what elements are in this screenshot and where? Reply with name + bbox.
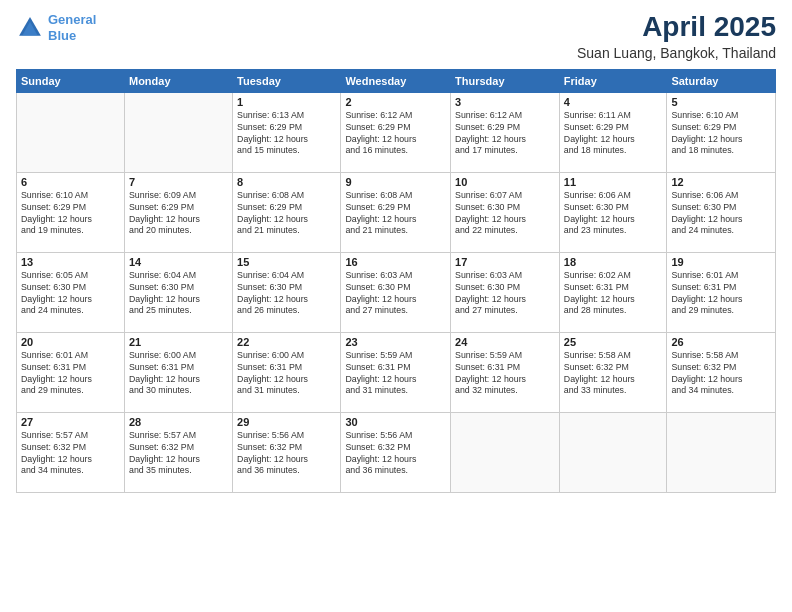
calendar-week-row: 13Sunrise: 6:05 AM Sunset: 6:30 PM Dayli… [17,252,776,332]
day-detail: Sunrise: 5:58 AM Sunset: 6:32 PM Dayligh… [671,350,771,398]
day-number: 22 [237,336,336,348]
day-detail: Sunrise: 6:03 AM Sunset: 6:30 PM Dayligh… [455,270,555,318]
day-number: 9 [345,176,446,188]
calendar-day-header: Tuesday [233,69,341,92]
calendar-cell: 18Sunrise: 6:02 AM Sunset: 6:31 PM Dayli… [559,252,667,332]
calendar-cell [451,412,560,492]
logo: General Blue [16,12,96,43]
day-number: 10 [455,176,555,188]
calendar-cell: 6Sunrise: 6:10 AM Sunset: 6:29 PM Daylig… [17,172,125,252]
calendar-cell: 24Sunrise: 5:59 AM Sunset: 6:31 PM Dayli… [451,332,560,412]
day-number: 17 [455,256,555,268]
day-number: 3 [455,96,555,108]
day-detail: Sunrise: 6:11 AM Sunset: 6:29 PM Dayligh… [564,110,663,158]
calendar-cell: 25Sunrise: 5:58 AM Sunset: 6:32 PM Dayli… [559,332,667,412]
day-detail: Sunrise: 5:56 AM Sunset: 6:32 PM Dayligh… [345,430,446,478]
day-number: 6 [21,176,120,188]
day-number: 13 [21,256,120,268]
calendar-cell [17,92,125,172]
day-detail: Sunrise: 6:08 AM Sunset: 6:29 PM Dayligh… [237,190,336,238]
calendar-cell: 13Sunrise: 6:05 AM Sunset: 6:30 PM Dayli… [17,252,125,332]
calendar-week-row: 1Sunrise: 6:13 AM Sunset: 6:29 PM Daylig… [17,92,776,172]
calendar-cell: 14Sunrise: 6:04 AM Sunset: 6:30 PM Dayli… [124,252,232,332]
calendar-cell: 4Sunrise: 6:11 AM Sunset: 6:29 PM Daylig… [559,92,667,172]
day-number: 25 [564,336,663,348]
day-detail: Sunrise: 6:05 AM Sunset: 6:30 PM Dayligh… [21,270,120,318]
logo-line1: General [48,12,96,27]
calendar-cell: 15Sunrise: 6:04 AM Sunset: 6:30 PM Dayli… [233,252,341,332]
calendar-cell: 28Sunrise: 5:57 AM Sunset: 6:32 PM Dayli… [124,412,232,492]
day-detail: Sunrise: 5:58 AM Sunset: 6:32 PM Dayligh… [564,350,663,398]
day-detail: Sunrise: 6:01 AM Sunset: 6:31 PM Dayligh… [671,270,771,318]
day-detail: Sunrise: 6:06 AM Sunset: 6:30 PM Dayligh… [564,190,663,238]
day-detail: Sunrise: 6:01 AM Sunset: 6:31 PM Dayligh… [21,350,120,398]
day-number: 4 [564,96,663,108]
calendar-header-row: SundayMondayTuesdayWednesdayThursdayFrid… [17,69,776,92]
day-number: 14 [129,256,228,268]
calendar-week-row: 27Sunrise: 5:57 AM Sunset: 6:32 PM Dayli… [17,412,776,492]
calendar-cell: 5Sunrise: 6:10 AM Sunset: 6:29 PM Daylig… [667,92,776,172]
day-number: 16 [345,256,446,268]
day-detail: Sunrise: 5:57 AM Sunset: 6:32 PM Dayligh… [129,430,228,478]
header: General Blue April 2025 Suan Luang, Bang… [16,12,776,61]
calendar-day-header: Wednesday [341,69,451,92]
calendar-day-header: Saturday [667,69,776,92]
calendar-cell: 7Sunrise: 6:09 AM Sunset: 6:29 PM Daylig… [124,172,232,252]
day-detail: Sunrise: 6:00 AM Sunset: 6:31 PM Dayligh… [129,350,228,398]
day-number: 21 [129,336,228,348]
logo-text: General Blue [48,12,96,43]
day-number: 12 [671,176,771,188]
day-detail: Sunrise: 6:10 AM Sunset: 6:29 PM Dayligh… [671,110,771,158]
day-number: 19 [671,256,771,268]
calendar-cell: 17Sunrise: 6:03 AM Sunset: 6:30 PM Dayli… [451,252,560,332]
day-number: 27 [21,416,120,428]
calendar-cell: 27Sunrise: 5:57 AM Sunset: 6:32 PM Dayli… [17,412,125,492]
day-number: 5 [671,96,771,108]
day-number: 2 [345,96,446,108]
day-detail: Sunrise: 6:10 AM Sunset: 6:29 PM Dayligh… [21,190,120,238]
day-detail: Sunrise: 5:56 AM Sunset: 6:32 PM Dayligh… [237,430,336,478]
subtitle: Suan Luang, Bangkok, Thailand [577,45,776,61]
day-detail: Sunrise: 6:07 AM Sunset: 6:30 PM Dayligh… [455,190,555,238]
logo-icon [16,14,44,42]
day-number: 29 [237,416,336,428]
calendar-cell: 20Sunrise: 6:01 AM Sunset: 6:31 PM Dayli… [17,332,125,412]
logo-line2: Blue [48,28,76,43]
calendar-cell: 16Sunrise: 6:03 AM Sunset: 6:30 PM Dayli… [341,252,451,332]
page: General Blue April 2025 Suan Luang, Bang… [0,0,792,612]
day-detail: Sunrise: 6:12 AM Sunset: 6:29 PM Dayligh… [345,110,446,158]
day-number: 18 [564,256,663,268]
day-detail: Sunrise: 5:57 AM Sunset: 6:32 PM Dayligh… [21,430,120,478]
calendar-day-header: Thursday [451,69,560,92]
day-detail: Sunrise: 6:12 AM Sunset: 6:29 PM Dayligh… [455,110,555,158]
day-number: 20 [21,336,120,348]
day-number: 7 [129,176,228,188]
calendar-cell: 23Sunrise: 5:59 AM Sunset: 6:31 PM Dayli… [341,332,451,412]
calendar-cell: 12Sunrise: 6:06 AM Sunset: 6:30 PM Dayli… [667,172,776,252]
calendar-cell: 26Sunrise: 5:58 AM Sunset: 6:32 PM Dayli… [667,332,776,412]
calendar-cell [124,92,232,172]
day-number: 15 [237,256,336,268]
calendar-week-row: 6Sunrise: 6:10 AM Sunset: 6:29 PM Daylig… [17,172,776,252]
day-detail: Sunrise: 5:59 AM Sunset: 6:31 PM Dayligh… [345,350,446,398]
day-number: 26 [671,336,771,348]
calendar-cell: 1Sunrise: 6:13 AM Sunset: 6:29 PM Daylig… [233,92,341,172]
day-detail: Sunrise: 6:00 AM Sunset: 6:31 PM Dayligh… [237,350,336,398]
calendar-cell: 10Sunrise: 6:07 AM Sunset: 6:30 PM Dayli… [451,172,560,252]
day-number: 23 [345,336,446,348]
day-number: 30 [345,416,446,428]
calendar-week-row: 20Sunrise: 6:01 AM Sunset: 6:31 PM Dayli… [17,332,776,412]
day-detail: Sunrise: 6:04 AM Sunset: 6:30 PM Dayligh… [129,270,228,318]
calendar-day-header: Friday [559,69,667,92]
calendar-cell: 2Sunrise: 6:12 AM Sunset: 6:29 PM Daylig… [341,92,451,172]
calendar-cell [667,412,776,492]
main-title: April 2025 [577,12,776,43]
title-block: April 2025 Suan Luang, Bangkok, Thailand [577,12,776,61]
calendar-cell: 30Sunrise: 5:56 AM Sunset: 6:32 PM Dayli… [341,412,451,492]
calendar-cell: 21Sunrise: 6:00 AM Sunset: 6:31 PM Dayli… [124,332,232,412]
calendar-cell: 3Sunrise: 6:12 AM Sunset: 6:29 PM Daylig… [451,92,560,172]
day-detail: Sunrise: 6:02 AM Sunset: 6:31 PM Dayligh… [564,270,663,318]
day-detail: Sunrise: 5:59 AM Sunset: 6:31 PM Dayligh… [455,350,555,398]
calendar-cell: 29Sunrise: 5:56 AM Sunset: 6:32 PM Dayli… [233,412,341,492]
day-number: 8 [237,176,336,188]
